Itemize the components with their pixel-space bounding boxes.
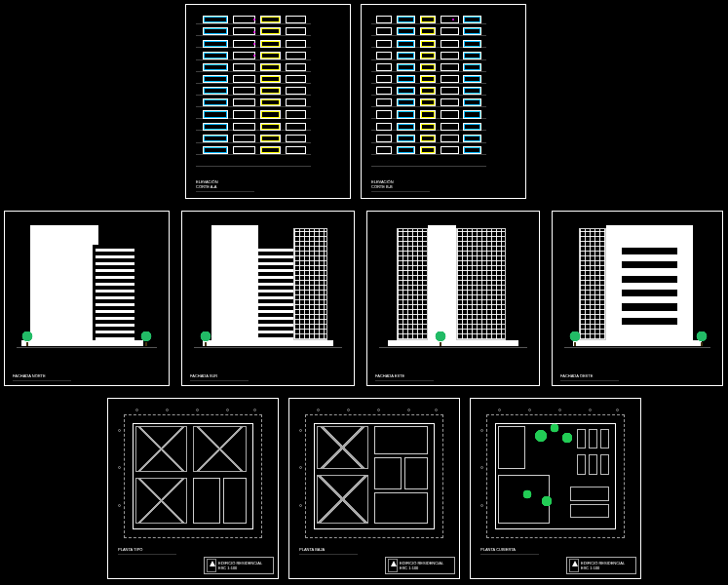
sheet-title-text: PLANTA TIPO [118,547,176,552]
plan-title-block: EDIFICIO RESIDENCIAL ESC 1:100 [204,557,274,574]
north-arrow-icon [388,559,398,572]
scale-text: ESC 1:100 [218,566,271,570]
sheet-facade-north[interactable]: FACHADA NORTE [4,211,170,386]
sheet-section-b[interactable]: ELEVACIÓN CORTE B-B [361,4,526,199]
sheet-title: PLANTA CUBIERTA [480,547,539,555]
sheet-facade-west[interactable]: FACHADA OESTE [552,211,723,386]
sheet-title: PLANTA TIPO [118,547,176,555]
sheet-title: FACHADA ESTE [375,373,434,381]
plan-drawing-typical [118,409,268,553]
sheet-plan-roof[interactable]: PLANTA CUBIERTA EDIFICIO RESIDENCIAL ESC… [470,398,641,579]
facade-drawing-south [190,219,346,360]
sheet-subtitle-text: CORTE B-B [371,184,430,189]
facade-drawing-east [375,219,531,360]
sheet-title: ELEVACIÓN CORTE A-A [196,179,254,192]
sheet-title-text: PLANTA CUBIERTA [480,547,539,552]
sheet-section-a[interactable]: ELEVACIÓN CORTE A-A [185,4,351,199]
sheet-plan-typical[interactable]: PLANTA TIPO EDIFICIO RESIDENCIAL ESC 1:1… [107,398,279,579]
facade-drawing-north [13,219,161,360]
plan-drawing-roof [480,409,631,553]
sheet-title-text: FACHADA OESTE [560,373,619,378]
sheet-subtitle-text: CORTE A-A [196,184,254,189]
sheet-title-text: FACHADA NORTE [13,373,71,378]
cad-model-space[interactable]: ELEVACIÓN CORTE A-A [0,0,728,585]
sheet-title: PLANTA BAJA [299,547,358,555]
scale-text: ESC 1:100 [400,566,452,570]
sheet-title: FACHADA SUR [190,373,249,381]
section-drawing-b [371,13,486,171]
scale-text: ESC 1:100 [581,566,633,570]
sheet-title: ELEVACIÓN CORTE B-B [371,179,430,192]
sheet-facade-south[interactable]: FACHADA SUR [181,211,355,386]
sheet-facade-east[interactable]: FACHADA ESTE [366,211,540,386]
sheet-title-text: PLANTA BAJA [299,547,358,552]
sheet-title: FACHADA NORTE [13,373,71,381]
plan-drawing-ground [299,409,449,553]
section-drawing-a [196,13,311,171]
facade-drawing-west [560,219,714,360]
plan-title-block: EDIFICIO RESIDENCIAL ESC 1:100 [385,557,455,574]
plan-title-block: EDIFICIO RESIDENCIAL ESC 1:100 [566,557,636,574]
north-arrow-icon [207,559,216,572]
sheet-plan-ground[interactable]: PLANTA BAJA EDIFICIO RESIDENCIAL ESC 1:1… [288,398,460,579]
north-arrow-icon [569,559,579,572]
sheet-title: FACHADA OESTE [560,373,619,381]
sheet-title-text: FACHADA ESTE [375,373,434,378]
sheet-title-text: FACHADA SUR [190,373,249,378]
